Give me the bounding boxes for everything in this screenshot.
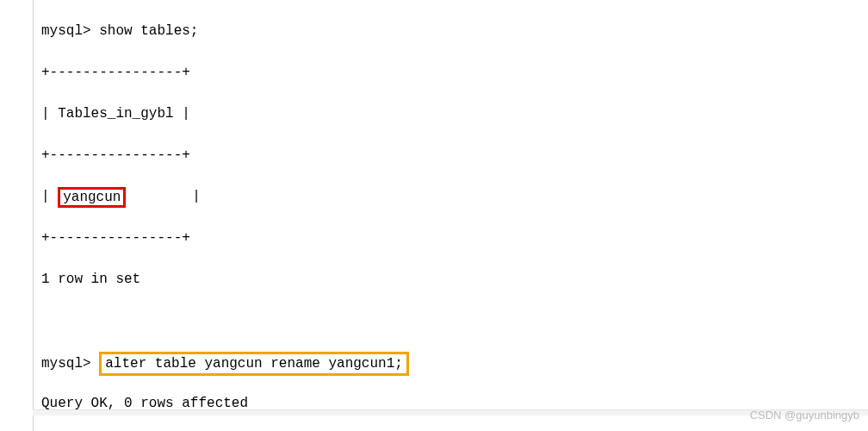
- table-header: | Tables_in_gybl |: [41, 106, 190, 122]
- row-prefix: |: [41, 189, 58, 204]
- watermark: CSDN @guyunbingyb: [750, 405, 859, 426]
- bottom-bar: [33, 409, 868, 415]
- mysql-terminal: mysql> show tables; +----------------+ |…: [0, 0, 868, 431]
- row-count: 1 row in set: [41, 272, 140, 287]
- prompt: mysql>: [41, 356, 91, 372]
- highlighted-alter-command: alter table yangcun rename yangcun1;: [99, 352, 409, 376]
- command: show tables;: [99, 23, 198, 39]
- highlighted-table-name-1: yangcun: [58, 187, 126, 208]
- prompt: mysql>: [41, 23, 91, 39]
- table-border: +----------------+: [41, 230, 190, 246]
- table-border: +----------------+: [41, 147, 190, 163]
- row-suffix: |: [126, 189, 200, 204]
- table-border: +----------------+: [41, 65, 190, 80]
